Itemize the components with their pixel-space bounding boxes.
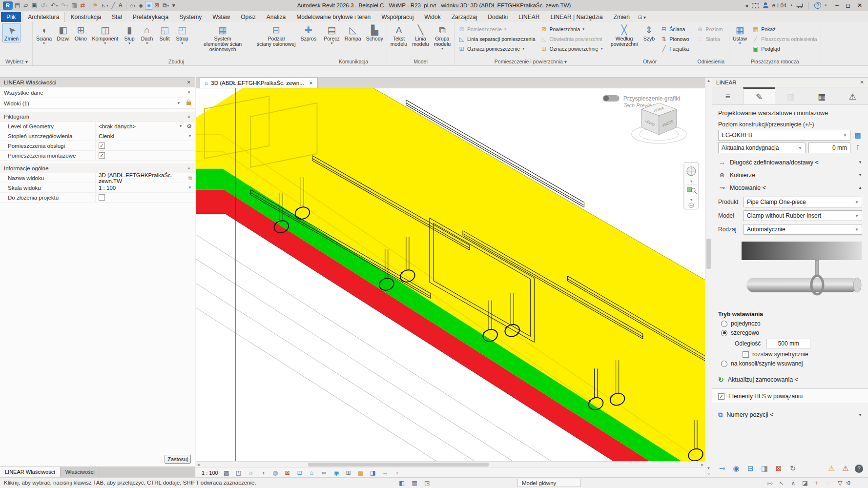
selection-filter-icon[interactable]: ▽ <box>836 479 844 487</box>
select-underlay-icon[interactable]: ↖ <box>778 479 785 487</box>
window-button[interactable]: ⊞Okno <box>72 23 89 42</box>
tab-dodatki[interactable]: Dodatki <box>482 12 513 22</box>
design-option-dropdown[interactable]: Model główny <box>517 479 581 487</box>
property-value[interactable]: 1 : 100▼ <box>95 183 195 192</box>
navigation-bar[interactable]: ▾ ▾ <box>684 163 699 209</box>
tab-warnings[interactable]: ⚠ <box>837 87 868 104</box>
drag-without-selection-icon[interactable]: + <box>813 479 821 487</box>
shaft-button[interactable]: ⇕Szyb <box>641 23 657 42</box>
roof-button[interactable]: ⌂Dach▼ <box>139 23 155 46</box>
sun-path-icon[interactable]: ☼ <box>247 469 255 477</box>
storey-stack-icon[interactable]: ▤ <box>853 131 862 139</box>
checkbox-icon[interactable] <box>743 351 749 358</box>
wall-opening-button[interactable]: ⊟Ściana <box>658 24 691 34</box>
tab-konstrukcja[interactable]: Konstrukcja <box>65 12 106 22</box>
view-tab-3d[interactable]: ⌂ 3D (ABDŁ.EFTGHKPralkaŚc. zewn... ✕ <box>200 78 318 88</box>
user-menu-chevron-icon[interactable]: ▾ <box>790 3 792 7</box>
wall-button[interactable]: ◖Ściana▼ <box>34 23 54 46</box>
position-numbers-row[interactable]: ⧉ Numery pozycji < ▼ <box>718 411 862 419</box>
view-scale-button[interactable]: 1 : 100 <box>202 470 218 476</box>
minimize-button[interactable]: – <box>835 2 839 9</box>
radio-icon[interactable] <box>721 361 727 367</box>
lock-3d-view-icon[interactable]: ⌂ <box>308 469 316 477</box>
horizontal-scroll-thumb[interactable] <box>308 463 489 467</box>
close-inactive-windows-icon[interactable]: ⊠ <box>153 1 161 9</box>
crop-view-icon[interactable]: ⊠ <box>284 469 291 477</box>
visual-style-icon[interactable]: ◳ <box>235 469 243 477</box>
select-links-icon[interactable]: ⧟ <box>766 479 774 487</box>
property-value[interactable] <box>95 151 195 160</box>
analytical-model-icon[interactable]: ⊞ <box>345 469 352 477</box>
shadows-icon[interactable]: ◑ <box>259 469 267 477</box>
data-filter-combo[interactable]: Wszystkie dane ▼ <box>0 87 195 98</box>
detail-level-icon[interactable]: ▩ <box>223 469 230 477</box>
switch-windows-icon[interactable]: ⧉▾ <box>161 1 170 9</box>
default-3d-view-icon[interactable]: ⌂▾ <box>128 1 137 9</box>
measure-offset-icon[interactable]: ⊺ <box>853 144 862 152</box>
tab-systemy[interactable]: Systemy <box>174 12 207 22</box>
modify-button[interactable]: ➤Zmień <box>2 23 21 42</box>
pipe-run-yellow[interactable] <box>196 88 705 461</box>
tab-zarządzaj[interactable]: Zarządzaj <box>446 12 483 22</box>
views-combo[interactable]: Widoki (1) ▼ <box>0 98 195 109</box>
radio-icon[interactable] <box>721 330 727 336</box>
tab-calculation[interactable]: ▦ <box>806 87 837 104</box>
measure-panel-icon[interactable]: ↔ <box>381 469 389 477</box>
product-combo[interactable]: Pipe Clamp One-piece ▼ <box>744 197 862 207</box>
view-tab-close-icon[interactable]: ✕ <box>309 81 313 86</box>
reveal-hidden-elements-icon[interactable]: ∞ <box>320 469 328 477</box>
temporary-hide-isolate-icon[interactable]: ◉ <box>332 469 340 477</box>
dormer-button[interactable]: ╱Facjatka <box>658 44 691 53</box>
warnings-error-icon[interactable]: ⚠ <box>841 464 850 473</box>
app-store-cart-icon[interactable] <box>796 3 803 8</box>
ceiling-button[interactable]: ◱Sufit <box>156 23 173 42</box>
section-flanges[interactable]: ⊛Kołnierze▼ <box>718 171 862 179</box>
model-viewport[interactable]: Przyspieszenie grafiki Tech Preview GÓRA… <box>196 88 705 461</box>
distance-field[interactable]: 500 mm <box>766 339 810 348</box>
view-graphics-icon[interactable]: ◨ <box>369 469 377 477</box>
radio-icon[interactable] <box>721 321 727 327</box>
component-button[interactable]: ◫Komponent▼ <box>90 23 120 46</box>
apply-button[interactable]: Zastosuj <box>165 455 191 464</box>
delete-duct-icon[interactable]: ⊠ <box>774 464 784 473</box>
mullion-button[interactable]: ✚Szpros <box>298 23 318 42</box>
tag-room-button[interactable]: ⊞Oznacz pomieszczenie▼ <box>456 44 537 53</box>
select-by-face-icon[interactable]: ◪ <box>801 479 809 487</box>
modify-flag-icon[interactable]: ⚑ <box>91 1 100 9</box>
tab-options-icon[interactable]: ⊡ ▾ <box>638 15 646 22</box>
insert-clamp-icon[interactable]: ◉ <box>731 464 741 473</box>
restore-button[interactable]: ◻ <box>846 2 850 9</box>
tab-zmień[interactable]: Zmień <box>608 12 635 22</box>
property-value[interactable] <box>95 193 195 202</box>
railing-button[interactable]: ▤Poręcz▼ <box>322 23 342 46</box>
construction-level-combo[interactable]: EG-OKRFB ▼ <box>718 130 850 141</box>
kind-combo[interactable]: Automatycznie ▼ <box>744 224 862 235</box>
background-processes-icon[interactable]: ◌ <box>825 479 832 487</box>
help-icon[interactable]: ? <box>814 2 821 9</box>
checkbox-icon[interactable] <box>99 194 105 201</box>
tab-menu[interactable]: ≡ <box>712 87 743 104</box>
properties-icon[interactable]: ▤ <box>13 1 21 9</box>
tab-stal[interactable]: Stal <box>106 12 127 22</box>
checkbox-icon[interactable] <box>99 152 105 159</box>
reload-part-icon[interactable]: ↻ <box>788 464 798 473</box>
scroll-up-icon[interactable]: ▲ <box>705 79 712 83</box>
stair-button[interactable]: ▙Schody <box>364 23 385 42</box>
thin-lines-icon[interactable]: ≡ <box>145 1 152 10</box>
model-text-icon[interactable]: A <box>117 1 124 9</box>
undo-icon[interactable]: ↶▾ <box>49 1 59 9</box>
storey-combo[interactable]: Aktualna kondygnacja ▼ <box>718 142 806 153</box>
transfer-icon[interactable]: ⇄ <box>79 1 87 9</box>
radio-serial[interactable]: szeregowo <box>721 329 859 336</box>
open-icon[interactable]: ▱ <box>22 1 29 9</box>
measure-icon[interactable]: ⊾▾ <box>100 1 109 9</box>
temporary-view-properties-icon[interactable]: ◍ <box>271 469 279 477</box>
floor-button[interactable]: ◰Strop▼ <box>174 23 190 46</box>
collapse-search-icon[interactable]: ◂ <box>745 2 748 9</box>
tab-współpracuj[interactable]: Współpracuj <box>376 12 419 22</box>
property-value[interactable]: Cienki▼ <box>95 131 195 141</box>
model-combo[interactable]: Clamp without Rubber Insert ▼ <box>744 210 862 221</box>
panel-tab-linear-właściwości[interactable]: LINEAR Właściwości <box>0 467 61 477</box>
property-value[interactable]: 3D (ABDŁ.EFTGHKPralkaŚc. zewn.TW⧉ <box>95 173 195 183</box>
show-workplane-button[interactable]: ▦Pokaż <box>750 24 819 34</box>
